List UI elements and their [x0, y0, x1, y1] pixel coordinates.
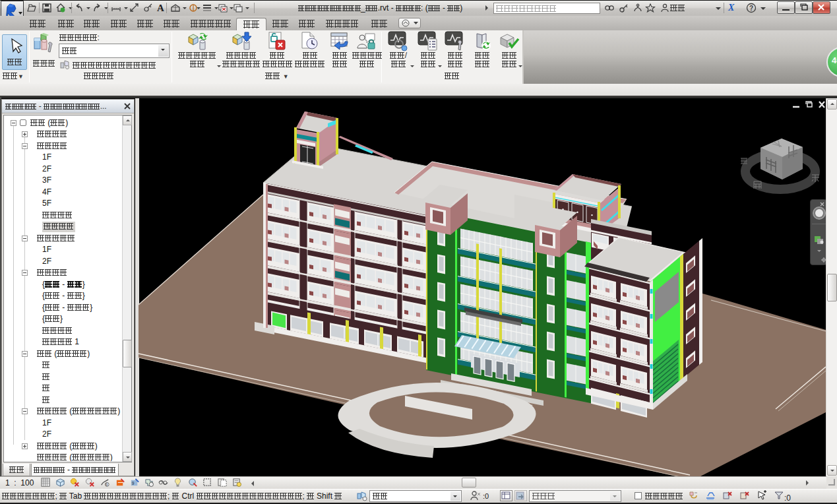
svg-text:9: 9 — [132, 481, 135, 486]
svg-text:9: 9 — [106, 482, 108, 487]
svg-text:?: ? — [749, 5, 753, 12]
svg-text::0: :0 — [483, 492, 489, 500]
